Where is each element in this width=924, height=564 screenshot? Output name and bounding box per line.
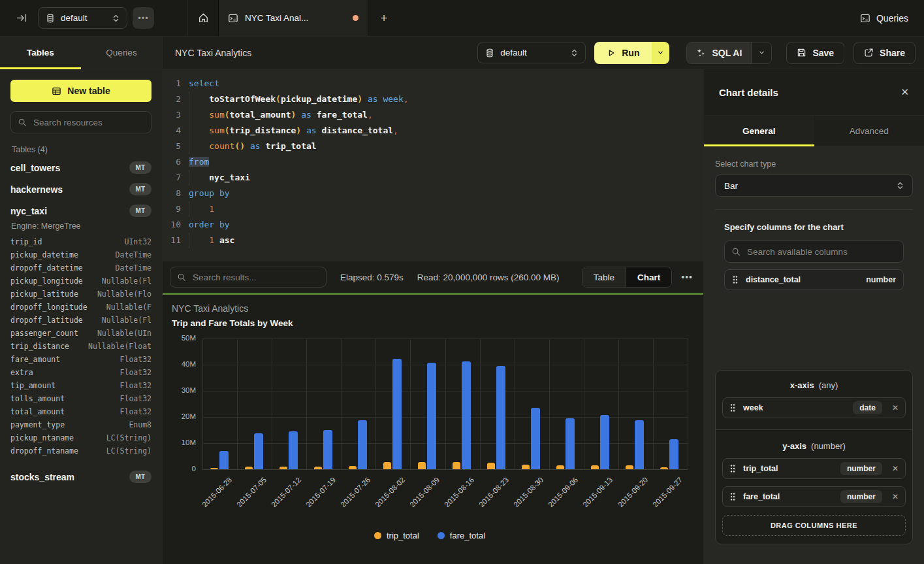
line-number: 11	[163, 233, 181, 248]
database-select-value: default	[61, 13, 106, 23]
sidebar-tab-tables[interactable]: Tables	[0, 37, 81, 69]
column-name: dropoff_latitude	[10, 316, 83, 325]
legend-item-fare_total[interactable]: fare_total	[438, 531, 485, 540]
gridline-v	[202, 339, 203, 469]
elapsed-stat: Elapsed: 0.579s	[340, 273, 404, 282]
axis-column-week[interactable]: weekdate✕	[722, 397, 906, 418]
chart-subtitle: Trip and Fare Totals by Week	[172, 318, 688, 328]
sql-editor[interactable]: 1select2 toStartOfWeek(pickup_datetime) …	[163, 69, 703, 261]
column-name: pickup_latitude	[10, 290, 78, 299]
search-icon	[177, 273, 186, 282]
remove-column-icon[interactable]: ✕	[892, 464, 899, 473]
engine-badge: MT	[129, 471, 151, 483]
bar-trip_total	[522, 465, 530, 469]
resource-search-input[interactable]	[32, 117, 150, 128]
column-type-badge: number	[840, 490, 882, 503]
line-number: 8	[163, 186, 181, 201]
x-axis-labels: 2015-06-282015-07-052015-07-122015-07-19…	[202, 469, 688, 515]
table-row-nyc_taxi[interactable]: nyc_taxiMT	[10, 200, 151, 222]
code-line: 11 1 asc	[163, 233, 703, 248]
line-number: 10	[163, 217, 181, 233]
database-select[interactable]: default	[38, 7, 127, 29]
share-button[interactable]: Share	[853, 42, 916, 64]
results-search	[170, 267, 327, 288]
axis-column-trip_total[interactable]: trip_totalnumber✕	[722, 458, 906, 479]
y-axis-heading: y-axis(number)	[722, 441, 906, 451]
y-tick-label: 40M	[166, 360, 196, 368]
drag-handle-icon[interactable]	[729, 492, 736, 501]
view-toggle-table[interactable]: Table	[582, 267, 626, 287]
new-tab-button[interactable]: +	[368, 0, 400, 36]
bar-fare_total	[219, 451, 229, 469]
remove-column-icon[interactable]: ✕	[892, 492, 899, 501]
save-button[interactable]: Save	[786, 42, 844, 64]
column-type: UInt32	[124, 237, 151, 246]
queries-icon	[860, 13, 870, 24]
remove-column-icon[interactable]: ✕	[892, 403, 899, 412]
run-button-group: Run	[594, 42, 669, 64]
drag-handle-icon[interactable]	[729, 403, 736, 412]
sql-ai-caret[interactable]	[751, 42, 771, 63]
sidebar-tab-queries[interactable]: Queries	[81, 37, 162, 69]
column-row: fare_amountFloat32	[10, 353, 151, 366]
legend-item-trip_total[interactable]: trip_total	[374, 531, 419, 540]
y-axis-items: trip_totalnumber✕fare_totalnumber✕	[722, 458, 906, 507]
table-row-hackernews[interactable]: hackernewsMT	[10, 178, 151, 200]
columns-search-input[interactable]	[746, 246, 897, 257]
view-toggle-chart[interactable]: Chart	[626, 267, 671, 287]
results-more-button[interactable]: •••	[681, 272, 693, 282]
engine-badge: MT	[129, 205, 151, 217]
column-type: LC(String)	[106, 446, 151, 456]
bar-trip_total	[487, 463, 495, 469]
drag-handle-icon[interactable]	[729, 464, 736, 473]
sidebar-collapse-icon[interactable]	[16, 12, 27, 24]
queries-button[interactable]: Queries	[860, 0, 924, 36]
chart-details-body: Select chart type Bar Specify columns fo…	[704, 146, 924, 564]
tab-general[interactable]: General	[704, 116, 814, 146]
bar-fare_total	[289, 431, 298, 469]
y-tick-label: 20M	[166, 412, 196, 420]
play-icon	[607, 48, 616, 58]
axis-column-fare_total[interactable]: fare_totalnumber✕	[722, 486, 906, 507]
columns-search	[724, 241, 904, 263]
query-tab[interactable]: NYC Taxi Anal...	[218, 0, 368, 36]
sidebar-more-button[interactable]: •••	[133, 7, 154, 29]
chart-details-tabs: General Advanced	[704, 116, 924, 146]
close-icon[interactable]: ✕	[900, 86, 909, 98]
x-tick-label: 2015-09-06	[547, 476, 580, 508]
sql-ai-button[interactable]: SQL AI	[687, 42, 751, 63]
drag-handle-icon[interactable]	[732, 275, 739, 284]
chart-type-value: Bar	[724, 181, 897, 191]
column-row: dropoff_datetimeDateTime	[10, 261, 151, 274]
home-icon	[198, 12, 209, 24]
plus-icon: +	[380, 11, 387, 25]
column-row: pickup_ntanameLC(String)	[10, 431, 151, 444]
column-type: Float32	[120, 368, 151, 377]
share-label: Share	[880, 48, 905, 58]
table-row-cell_towers[interactable]: cell_towersMT	[10, 157, 151, 178]
column-type: DateTime	[116, 263, 151, 273]
home-button[interactable]	[188, 0, 218, 36]
drop-zone[interactable]: DRAG COLUMNS HERE	[722, 515, 906, 536]
sidebar: Tables Queries New table	[0, 37, 163, 564]
engine-badge: MT	[129, 183, 151, 195]
chart-type-select[interactable]: Bar	[715, 174, 913, 197]
bar-fare_total	[323, 430, 332, 469]
column-type: Float32	[120, 407, 151, 416]
gridline-v	[688, 339, 688, 469]
table-name: stocks_stream	[10, 472, 74, 482]
run-button[interactable]: Run	[594, 42, 652, 64]
search-icon	[18, 118, 27, 127]
toolbar-database-select[interactable]: default	[477, 42, 586, 63]
new-table-button[interactable]: New table	[10, 80, 151, 102]
column-name: trip_id	[10, 237, 42, 246]
results-search-input[interactable]	[191, 272, 319, 283]
y-tick-label: 30M	[166, 386, 196, 394]
available-column-distance_total[interactable]: distance_totalnumber	[724, 269, 904, 290]
chevron-updown-icon	[897, 181, 904, 190]
column-name: pickup_ntaname	[10, 433, 74, 442]
tab-advanced[interactable]: Advanced	[814, 116, 924, 146]
code-text: count() as trip_total	[181, 139, 317, 154]
table-row-stocks_stream[interactable]: stocks_streamMT	[10, 466, 151, 488]
run-options-caret[interactable]	[652, 42, 669, 64]
